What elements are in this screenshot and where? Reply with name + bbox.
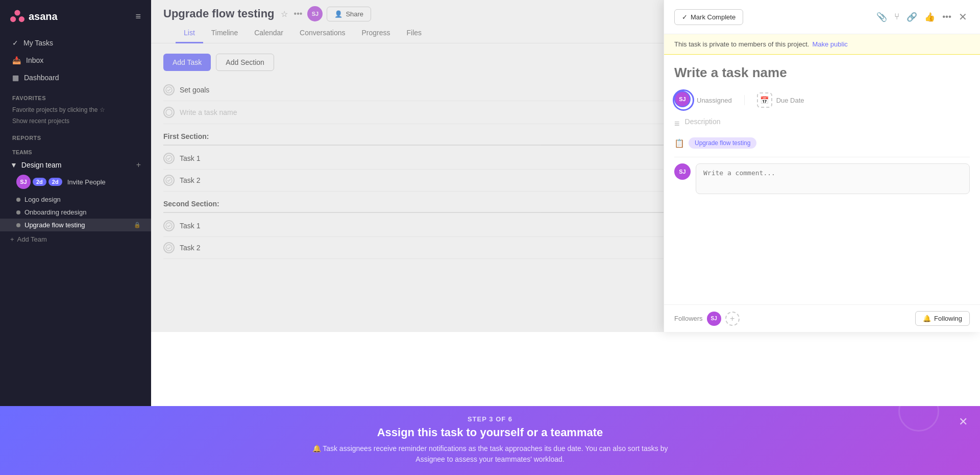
add-team-icon: + — [10, 235, 14, 243]
task-check-s2t1[interactable] — [163, 220, 175, 231]
panel-more-button[interactable]: ••• — [940, 9, 954, 25]
branch-button[interactable]: ⑂ — [892, 9, 902, 25]
project-user-avatar: SJ — [307, 6, 323, 21]
comment-input[interactable] — [696, 163, 970, 194]
sidebar-toggle-button[interactable]: ≡ — [135, 11, 141, 22]
comment-row: SJ — [674, 163, 970, 194]
add-team-member-button[interactable]: + — [136, 160, 141, 170]
my-tasks-label: My Tasks — [23, 39, 53, 47]
following-button[interactable]: 🔔 Following — [915, 311, 970, 326]
add-team-button[interactable]: + Add Team — [0, 231, 151, 247]
more-options-button[interactable]: ••• — [293, 8, 304, 19]
add-task-button[interactable]: Add Task — [163, 54, 211, 71]
add-follower-button[interactable]: + — [725, 312, 740, 326]
share-button[interactable]: 👤 Share — [327, 7, 371, 21]
assignee-field[interactable]: SJ Unassigned — [674, 91, 732, 109]
sidebar-item-dashboard[interactable]: ▦ Dashboard — [6, 69, 145, 86]
member-avatar-sj: SJ — [16, 175, 31, 189]
reports-label: Reports — [0, 129, 151, 143]
calendar-icon: 📅 — [757, 92, 772, 108]
attach-button[interactable]: 📎 — [874, 9, 890, 25]
make-public-link[interactable]: Make public — [812, 40, 847, 48]
task-meta-row: SJ Unassigned 📅 Due Date — [674, 91, 970, 109]
member-badge-2[interactable]: 2d — [48, 178, 62, 186]
asana-brand-text: asana — [29, 11, 58, 22]
sidebar: asana ≡ ✓ My Tasks 📥 Inbox ▦ Dashboard F… — [0, 0, 151, 475]
project-dot-upgrade-flow — [16, 223, 20, 227]
favorites-label: Favorites — [0, 89, 151, 103]
panel-header-actions: 📎 ⑂ 🔗 👍 ••• ✕ — [874, 8, 970, 26]
sidebar-item-upgrade-flow-testing[interactable]: Upgrade flow testing 🔒 — [0, 219, 151, 231]
due-date-label: Due Date — [776, 97, 804, 104]
project-label-upgrade-flow: Upgrade flow testing — [24, 221, 85, 229]
sidebar-item-logo-design[interactable]: Logo design — [0, 193, 151, 206]
followers-label: Followers — [674, 315, 703, 322]
thumbs-up-button[interactable]: 👍 — [922, 9, 938, 25]
task-check-s2t2[interactable] — [163, 242, 175, 253]
svg-point-4 — [166, 109, 172, 115]
onboarding-title: Assign this task to yourself or a teamma… — [377, 426, 603, 439]
follower-avatar-sj: SJ — [707, 312, 721, 326]
project-title: Upgrade flow testing — [163, 7, 275, 20]
tab-conversations[interactable]: Conversations — [291, 23, 354, 43]
add-section-button[interactable]: Add Section — [216, 54, 274, 71]
my-tasks-icon: ✓ — [12, 39, 18, 47]
task-check-new[interactable] — [163, 107, 175, 118]
mark-complete-button[interactable]: ✓ Mark Complete — [674, 9, 743, 25]
favorites-description: Favorite projects by clicking the ☆ — [0, 103, 151, 116]
show-recent-projects[interactable]: Show recent projects — [0, 116, 151, 129]
sidebar-item-inbox[interactable]: 📥 Inbox — [6, 52, 145, 68]
link-button[interactable]: 🔗 — [904, 9, 920, 25]
tab-progress[interactable]: Progress — [354, 23, 399, 43]
private-notice-bar: This task is private to members of this … — [664, 34, 980, 55]
star-button[interactable]: ☆ — [280, 8, 289, 20]
share-icon: 👤 — [334, 10, 342, 18]
sidebar-logo[interactable]: asana ≡ — [0, 0, 151, 33]
project-label-onboarding-redesign: Onboarding redesign — [24, 208, 86, 216]
invite-people-button[interactable]: Invite People — [64, 177, 109, 187]
task-check-set-goals[interactable] — [163, 84, 175, 96]
assignee-label: Unassigned — [697, 97, 732, 104]
task-title-input[interactable] — [674, 63, 970, 83]
lock-icon: 🔒 — [134, 222, 141, 228]
panel-header: ✓ Mark Complete 📎 ⑂ 🔗 👍 ••• ✕ — [664, 0, 980, 34]
dashboard-label: Dashboard — [24, 74, 59, 82]
task-check-s1t1[interactable] — [163, 153, 175, 164]
description-row[interactable]: ≡ Description — [674, 117, 970, 129]
team-name-label: Design team — [21, 161, 62, 169]
teams-label: Teams — [12, 149, 32, 155]
check-icon-new — [165, 109, 173, 116]
member-badge-1[interactable]: 2d — [33, 178, 46, 186]
description-placeholder: Description — [685, 117, 721, 126]
project-dot-logo-design — [16, 198, 20, 202]
project-title-row: Upgrade flow testing ☆ ••• SJ 👤 Share — [163, 6, 442, 21]
onboarding-description: 🔔 Task assignees receive reminder notifi… — [311, 443, 669, 465]
inbox-icon: 📥 — [12, 56, 21, 64]
commenter-avatar: SJ — [674, 163, 691, 180]
svg-point-0 — [14, 10, 20, 15]
asana-logo-icon — [10, 9, 24, 23]
design-team-row[interactable]: ▼ Design team + — [0, 157, 151, 173]
inbox-label: Inbox — [26, 56, 43, 64]
assignee-avatar: SJ — [674, 91, 691, 107]
add-team-label: Add Team — [17, 235, 47, 243]
check-icon — [165, 86, 173, 93]
tab-timeline[interactable]: Timeline — [203, 23, 246, 43]
panel-footer: Followers SJ + 🔔 Following — [664, 304, 980, 332]
tab-calendar[interactable]: Calendar — [246, 23, 291, 43]
task-check-s1t2[interactable] — [163, 175, 175, 186]
sidebar-item-onboarding-redesign[interactable]: Onboarding redesign — [0, 206, 151, 219]
tab-list[interactable]: List — [176, 23, 203, 43]
tab-files[interactable]: Files — [399, 23, 430, 43]
project-tag-icon: 📋 — [674, 138, 684, 148]
onboarding-step: STEP 3 OF 6 — [468, 415, 512, 423]
svg-point-1 — [10, 16, 16, 22]
project-tag-row: 📋 Upgrade flow testing — [674, 137, 970, 149]
panel-close-button[interactable]: ✕ — [956, 8, 970, 26]
project-tag[interactable]: Upgrade flow testing — [689, 137, 756, 149]
onboarding-close-button[interactable]: ✕ — [959, 415, 968, 429]
mark-complete-label: Mark Complete — [691, 13, 736, 21]
sidebar-item-my-tasks[interactable]: ✓ My Tasks — [6, 35, 145, 51]
dashboard-icon: ▦ — [12, 74, 19, 82]
due-date-field[interactable]: 📅 Due Date — [757, 92, 804, 108]
